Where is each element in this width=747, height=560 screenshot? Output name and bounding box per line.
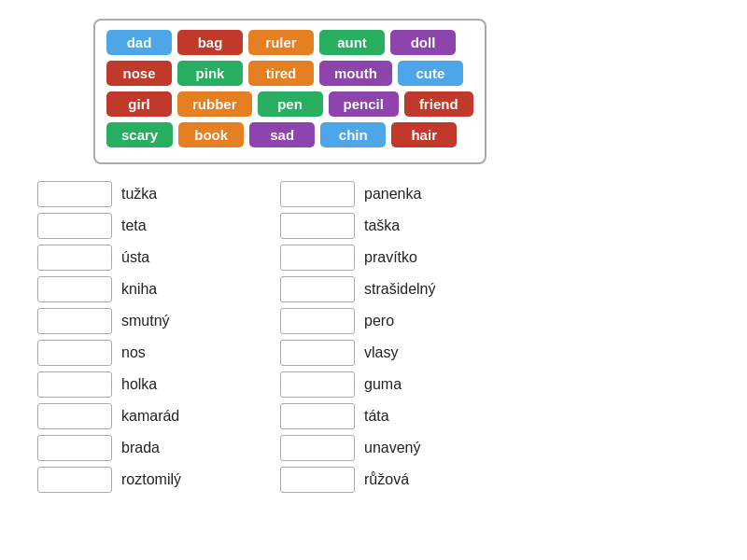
word-tile-chin[interactable]: chin xyxy=(320,122,386,147)
right-answer-box-2[interactable] xyxy=(280,245,355,271)
right-match-row-8: unavený xyxy=(280,435,486,461)
left-answer-box-5[interactable] xyxy=(37,340,112,366)
left-match-row-3: kniha xyxy=(37,276,243,302)
left-answer-box-0[interactable] xyxy=(37,181,112,207)
left-word-8: brada xyxy=(121,440,160,456)
right-word-5: vlasy xyxy=(364,344,398,361)
left-match-row-5: nos xyxy=(37,340,243,366)
left-match-row-0: tužka xyxy=(37,181,243,207)
left-match-row-7: kamarád xyxy=(37,403,243,429)
word-bank: dadbagrulerauntdollnosepinktiredmouthcut… xyxy=(93,19,486,164)
word-tile-friend[interactable]: friend xyxy=(404,91,473,117)
right-answer-box-9[interactable] xyxy=(280,467,355,493)
left-answer-box-9[interactable] xyxy=(37,467,112,493)
right-match-row-4: pero xyxy=(280,308,486,334)
right-answer-box-7[interactable] xyxy=(280,403,355,429)
word-bank-row-3: scarybooksadchinhair xyxy=(106,122,473,147)
right-answer-box-3[interactable] xyxy=(280,276,355,302)
right-word-8: unavený xyxy=(364,440,421,456)
word-tile-dad[interactable]: dad xyxy=(106,30,172,55)
left-match-row-6: holka xyxy=(37,371,243,398)
right-word-4: pero xyxy=(364,313,394,329)
left-column: tužkatetaústaknihasmutnýnosholkakamarádb… xyxy=(37,181,243,495)
right-match-row-2: pravítko xyxy=(280,245,486,271)
right-answer-box-8[interactable] xyxy=(280,435,355,461)
word-tile-pencil[interactable]: pencil xyxy=(329,91,399,117)
left-match-row-8: brada xyxy=(37,435,243,461)
word-tile-pen[interactable]: pen xyxy=(258,91,323,117)
right-match-row-5: vlasy xyxy=(280,340,486,366)
left-word-9: roztomilý xyxy=(121,471,181,488)
right-match-row-3: strašidelný xyxy=(280,276,486,302)
left-match-row-1: teta xyxy=(37,213,243,239)
right-answer-box-5[interactable] xyxy=(280,340,355,366)
left-word-2: ústa xyxy=(121,249,149,266)
word-tile-tired[interactable]: tired xyxy=(248,61,314,86)
right-word-6: guma xyxy=(364,376,402,393)
right-answer-box-4[interactable] xyxy=(280,308,355,334)
word-tile-book[interactable]: book xyxy=(178,122,244,147)
word-tile-aunt[interactable]: aunt xyxy=(319,30,385,55)
word-tile-girl[interactable]: girl xyxy=(106,91,172,117)
right-word-0: panenka xyxy=(364,186,421,203)
left-word-0: tužka xyxy=(121,186,157,203)
left-match-row-9: roztomilý xyxy=(37,467,243,493)
word-tile-cute[interactable]: cute xyxy=(398,61,463,86)
right-column: panenkataškapravítkostrašidelnýperovlasy… xyxy=(280,181,486,495)
matching-section: tužkatetaústaknihasmutnýnosholkakamarádb… xyxy=(37,181,728,495)
right-answer-box-1[interactable] xyxy=(280,213,355,239)
word-tile-hair[interactable]: hair xyxy=(391,122,457,147)
word-tile-bag[interactable]: bag xyxy=(177,30,243,55)
right-word-2: pravítko xyxy=(364,249,417,266)
word-tile-scary[interactable]: scary xyxy=(106,122,173,147)
right-answer-box-0[interactable] xyxy=(280,181,355,207)
right-word-3: strašidelný xyxy=(364,281,435,298)
left-match-row-4: smutný xyxy=(37,308,243,334)
right-word-7: táta xyxy=(364,408,389,425)
word-tile-pink[interactable]: pink xyxy=(177,61,243,86)
left-answer-box-4[interactable] xyxy=(37,308,112,334)
left-answer-box-8[interactable] xyxy=(37,435,112,461)
right-match-row-1: taška xyxy=(280,213,486,239)
left-word-4: smutný xyxy=(121,313,170,329)
left-answer-box-7[interactable] xyxy=(37,403,112,429)
right-answer-box-6[interactable] xyxy=(280,371,355,398)
right-match-row-0: panenka xyxy=(280,181,486,207)
left-word-5: nos xyxy=(121,344,146,361)
left-word-3: kniha xyxy=(121,281,157,298)
left-word-1: teta xyxy=(121,217,147,234)
word-bank-row-2: girlrubberpenpencilfriend xyxy=(106,91,473,117)
word-tile-mouth[interactable]: mouth xyxy=(319,61,392,86)
left-word-6: holka xyxy=(121,376,157,393)
left-match-row-2: ústa xyxy=(37,245,243,271)
left-answer-box-3[interactable] xyxy=(37,276,112,302)
right-word-9: růžová xyxy=(364,471,409,488)
word-tile-doll[interactable]: doll xyxy=(390,30,456,55)
right-match-row-7: táta xyxy=(280,403,486,429)
word-tile-nose[interactable]: nose xyxy=(106,61,172,86)
word-tile-ruler[interactable]: ruler xyxy=(248,30,314,55)
word-bank-row-1: nosepinktiredmouthcute xyxy=(106,61,473,86)
left-answer-box-2[interactable] xyxy=(37,245,112,271)
word-tile-sad[interactable]: sad xyxy=(249,122,315,147)
word-tile-rubber[interactable]: rubber xyxy=(177,91,252,117)
right-match-row-6: guma xyxy=(280,371,486,398)
left-answer-box-1[interactable] xyxy=(37,213,112,239)
left-word-7: kamarád xyxy=(121,408,179,425)
right-match-row-9: růžová xyxy=(280,467,486,493)
word-bank-row-0: dadbagrulerauntdoll xyxy=(106,30,473,55)
right-word-1: taška xyxy=(364,217,400,234)
left-answer-box-6[interactable] xyxy=(37,371,112,398)
